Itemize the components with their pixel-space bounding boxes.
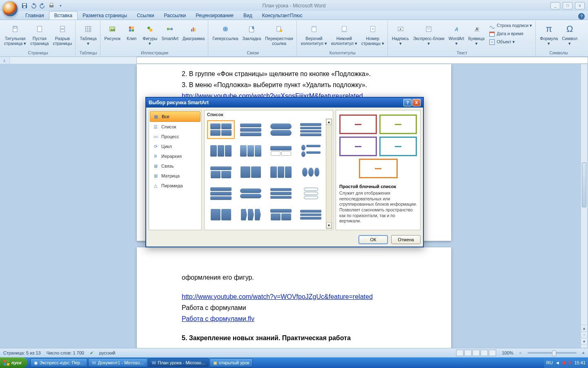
scrollbar-thumb[interactable] bbox=[582, 162, 586, 207]
smartart-thumb[interactable] bbox=[297, 184, 325, 203]
tray-shield-icon[interactable]: ⬣ bbox=[562, 360, 566, 366]
blank-page-button[interactable]: Пустаястраница bbox=[29, 22, 50, 47]
doc-youtube-link-2[interactable]: http://www.youtube.com/watch?v=WOVfpoJZg… bbox=[182, 293, 373, 300]
spellcheck-icon[interactable]: ✔ bbox=[90, 350, 94, 356]
ok-button[interactable]: ОК bbox=[359, 235, 388, 244]
smartart-thumb[interactable] bbox=[207, 141, 235, 160]
clipart-button[interactable]: Клип bbox=[123, 22, 140, 42]
smartart-thumb[interactable] bbox=[267, 163, 295, 182]
maximize-button[interactable]: □ bbox=[563, 2, 572, 9]
vertical-scrollbar[interactable]: ▲ ◦ ● ◦ ▼ bbox=[581, 64, 587, 357]
smartart-thumb[interactable] bbox=[267, 184, 295, 203]
dropcap-button[interactable]: AБуквица▾ bbox=[467, 22, 486, 47]
category-cycle[interactable]: ⟳Цикл bbox=[150, 141, 200, 151]
taskbar-item-word2[interactable]: WПлан урока - Microso... bbox=[148, 358, 209, 367]
smartart-thumb[interactable] bbox=[267, 120, 295, 139]
tray-network-icon[interactable]: ◄ bbox=[555, 360, 560, 365]
tab-page-layout[interactable]: Разметка страницы bbox=[78, 11, 132, 20]
tray-clock[interactable]: 15:41 bbox=[574, 360, 586, 365]
smartart-thumb[interactable] bbox=[297, 205, 325, 224]
category-relationship[interactable]: ⊞Связь bbox=[150, 161, 200, 171]
gallery-scroll-up-icon[interactable]: ▲ bbox=[326, 119, 332, 125]
smartart-button[interactable]: SmartArt bbox=[160, 22, 180, 42]
bookmark-button[interactable]: Закладка bbox=[241, 22, 263, 42]
print-preview-icon[interactable] bbox=[48, 2, 55, 9]
gallery-scroll-down-icon[interactable]: ▼ bbox=[326, 222, 332, 229]
doc-formulas-link[interactable]: Работа с формулами.flv bbox=[182, 315, 254, 322]
tab-view[interactable]: Вид bbox=[238, 11, 257, 20]
smartart-thumb[interactable] bbox=[267, 141, 295, 160]
textbox-button[interactable]: AНадпись▾ bbox=[390, 22, 411, 47]
tab-review[interactable]: Рецензирование bbox=[191, 11, 238, 20]
office-button[interactable] bbox=[2, 1, 18, 17]
tray-language[interactable]: RU bbox=[546, 360, 553, 365]
taskbar-item-explorer[interactable]: ▣открытый урок bbox=[209, 358, 253, 367]
scroll-browse-icon[interactable]: ● bbox=[581, 338, 587, 344]
minimize-button[interactable]: _ bbox=[550, 2, 560, 9]
category-process[interactable]: ›››Процесс bbox=[150, 132, 200, 141]
tab-mailings[interactable]: Рассылки bbox=[159, 11, 191, 20]
scroll-prev-page-icon[interactable]: ◦ bbox=[581, 331, 587, 338]
cover-page-button[interactable]: Титульнаястраница ▾ bbox=[2, 22, 28, 47]
object-button[interactable]: Объект ▾ bbox=[487, 38, 534, 46]
category-hierarchy[interactable]: ⚞Иерархия bbox=[150, 151, 200, 161]
page-break-button[interactable]: Разрывстраницы bbox=[51, 22, 74, 47]
smartart-thumb[interactable] bbox=[237, 163, 265, 182]
tab-insert[interactable]: Вставка bbox=[49, 11, 78, 20]
category-list[interactable]: ☰Список bbox=[150, 122, 200, 132]
page-number-button[interactable]: #Номерстраницы ▾ bbox=[360, 22, 386, 47]
chart-button[interactable]: Диаграмма bbox=[181, 22, 207, 42]
save-icon[interactable] bbox=[21, 2, 28, 9]
status-page[interactable]: Страница: 5 из 13 bbox=[3, 350, 41, 355]
taskbar-item-word1[interactable]: WДокумент1 - Microso... bbox=[88, 358, 147, 367]
symbol-button[interactable]: ΩСимвол▾ bbox=[560, 22, 579, 47]
smartart-thumb[interactable] bbox=[207, 184, 235, 203]
tray-kaspersky-icon[interactable]: K bbox=[569, 360, 572, 365]
wordart-button[interactable]: AWordArt▾ bbox=[447, 22, 466, 47]
system-tray[interactable]: RU ◄ ⬣ K 15:41 bbox=[544, 357, 588, 368]
gallery-scrollbar[interactable]: ▲ ▼ bbox=[326, 119, 332, 229]
dialog-close-button[interactable]: X bbox=[412, 99, 421, 106]
signature-line-button[interactable]: Строка подписи ▾ bbox=[487, 22, 534, 30]
shapes-button[interactable]: Фигуры▾ bbox=[141, 22, 159, 47]
smartart-thumb[interactable] bbox=[207, 205, 235, 224]
view-mode-icons[interactable] bbox=[456, 350, 496, 356]
tab-home[interactable]: Главная bbox=[20, 11, 49, 20]
category-pyramid[interactable]: △Пирамида bbox=[150, 181, 200, 191]
smartart-thumb[interactable] bbox=[297, 163, 325, 182]
dialog-titlebar[interactable]: Выбор рисунка SmartArt ? X bbox=[146, 98, 423, 108]
close-button[interactable]: x bbox=[575, 2, 585, 9]
smartart-thumb[interactable] bbox=[207, 163, 235, 182]
start-button[interactable]: пуск bbox=[0, 357, 27, 368]
undo-icon[interactable] bbox=[30, 2, 37, 9]
smartart-thumb[interactable] bbox=[237, 141, 265, 160]
ruler-corner[interactable]: L bbox=[0, 57, 10, 64]
quickparts-button[interactable]: Экспресс-блоки▾ bbox=[411, 22, 446, 47]
zoom-in-icon[interactable]: + bbox=[582, 350, 585, 355]
hyperlink-button[interactable]: Гиперссылка bbox=[211, 22, 240, 42]
document-page-bottom[interactable]: оформления его фигур. http://www.youtube… bbox=[137, 247, 451, 357]
taskbar-item-chrome[interactable]: ◉Экспресс-курс: Пер... bbox=[30, 358, 88, 367]
footer-button[interactable]: Нижнийколонтитул ▾ bbox=[330, 22, 359, 47]
redo-icon[interactable] bbox=[39, 2, 46, 9]
smartart-thumb[interactable] bbox=[297, 120, 325, 139]
header-button[interactable]: Верхнийколонтитул ▾ bbox=[299, 22, 329, 47]
table-button[interactable]: Таблица▾ bbox=[78, 22, 98, 47]
help-icon[interactable]: ? bbox=[578, 13, 585, 20]
category-all[interactable]: ▦Все bbox=[150, 111, 200, 122]
status-language[interactable]: русский bbox=[99, 350, 115, 355]
tab-consultant[interactable]: КонсультантПлюс bbox=[257, 11, 307, 20]
date-time-button[interactable]: Дата и время bbox=[487, 30, 534, 38]
horizontal-ruler[interactable] bbox=[10, 57, 588, 64]
smartart-thumb[interactable] bbox=[237, 184, 265, 203]
qat-customize-icon[interactable]: ▾ bbox=[57, 2, 64, 9]
status-words[interactable]: Число слов: 1 700 bbox=[47, 350, 84, 355]
smartart-thumb[interactable] bbox=[237, 205, 265, 224]
cancel-button[interactable]: Отмена bbox=[391, 235, 421, 244]
zoom-out-icon[interactable]: − bbox=[519, 350, 521, 355]
picture-button[interactable]: Рисунок bbox=[103, 22, 122, 42]
smartart-thumb[interactable] bbox=[237, 120, 265, 139]
scroll-up-icon[interactable]: ▲ bbox=[581, 325, 587, 331]
category-matrix[interactable]: ⊞Матрица bbox=[150, 171, 200, 181]
zoom-slider[interactable] bbox=[528, 352, 577, 354]
